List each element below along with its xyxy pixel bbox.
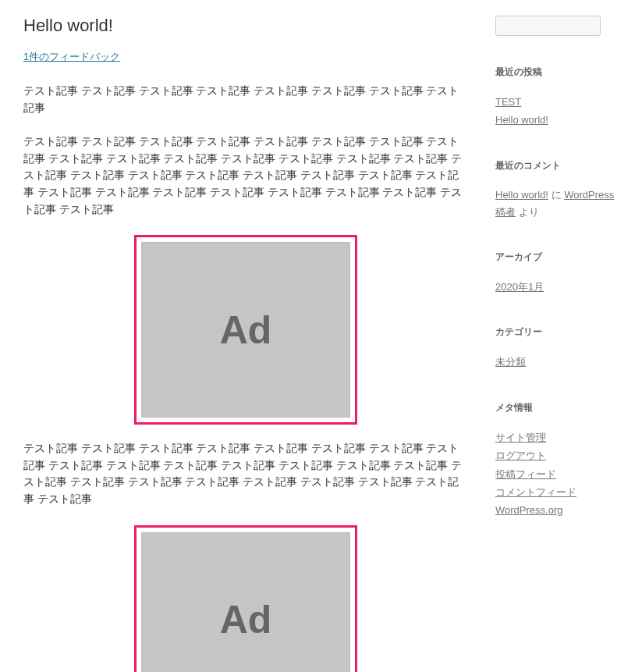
meta-link-admin[interactable]: サイト管理 [495,432,546,443]
entry-title: Hello world! [23,16,468,36]
meta-link-logout[interactable]: ログアウト [495,450,546,461]
entry-paragraph: テスト記事 テスト記事 テスト記事 テスト記事 テスト記事 テスト記事 テスト記… [23,83,468,116]
ad-container[interactable]: Ad [134,235,357,425]
widget-title-archives: アーカイブ [495,251,624,264]
ad-label: Ad [220,299,272,361]
archive-link[interactable]: 2020年1月 [495,281,544,293]
recent-post-link[interactable]: TEST [495,96,521,108]
comments-link[interactable]: 1件のフィードバック [23,51,120,62]
ad-label: Ad [220,588,272,651]
widget-title-categories: カテゴリー [495,325,624,339]
meta-link-posts-feed[interactable]: 投稿フィード [495,468,556,480]
recent-post-link[interactable]: Hello world! [495,114,548,126]
entry-paragraph: テスト記事 テスト記事 テスト記事 テスト記事 テスト記事 テスト記事 テスト記… [23,440,468,507]
widget-title-recent-posts: 最近の投稿 [495,66,624,79]
meta-link-comments-feed[interactable]: コメントフィード [495,486,576,498]
widget-title-meta: メタ情報 [495,401,624,414]
ad-container[interactable]: Ad [134,525,357,672]
comment-post-link[interactable]: Hello world! [495,189,548,201]
meta-link-wordpress[interactable]: WordPress.org [495,504,562,516]
entry-paragraph: テスト記事 テスト記事 テスト記事 テスト記事 テスト記事 テスト記事 テスト記… [23,133,468,218]
recent-comment: Hello world! に WordPress 稿者 より [495,187,624,221]
widget-title-recent-comments: 最近のコメント [495,159,624,172]
category-link[interactable]: 未分類 [495,356,526,368]
search-input[interactable] [495,16,601,36]
